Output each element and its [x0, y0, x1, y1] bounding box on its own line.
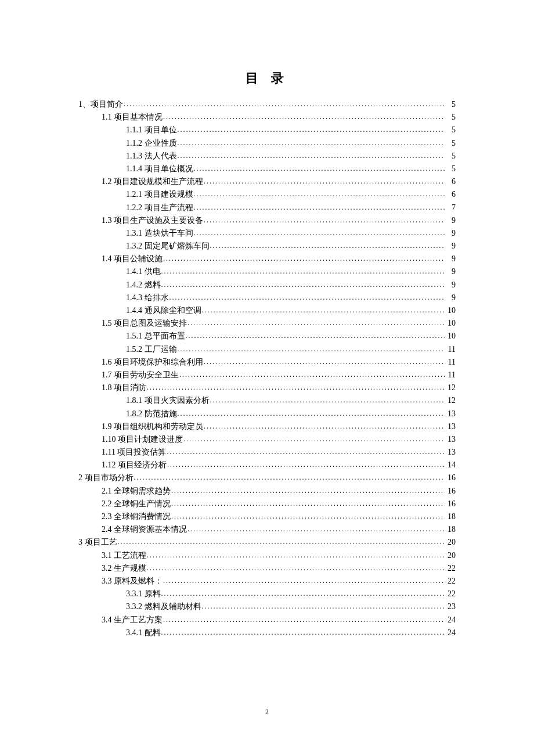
toc-entry-label: 3.3 原料及燃料：: [102, 577, 163, 585]
toc-entry-label: 1.4.2 燃料: [126, 281, 161, 289]
toc-entry-label: 1.3.2 固定尾矿熔炼车间: [126, 242, 210, 250]
toc-entry-label: 2.2 全球铜生产情况: [102, 500, 171, 508]
toc-leader-dots: [161, 628, 445, 635]
toc-entry[interactable]: 3.2 生产规模22: [78, 564, 456, 573]
toc-entry[interactable]: 2 项目市场分析16: [78, 473, 456, 482]
toc-entry[interactable]: 1.6 项目环境保护和综合利用11: [78, 358, 456, 366]
toc-entry-label: 1.1.1 项目单位: [126, 126, 177, 134]
toc-entry[interactable]: 3.1 工艺流程20: [78, 551, 456, 560]
toc-entry-page: 13: [445, 435, 456, 444]
page-container: 目 录 1、项目简介51.1 项目基本情况51.1.1 项目单位51.1.2 企…: [0, 0, 534, 664]
toc-title: 目 录: [78, 70, 456, 87]
toc-leader-dots: [171, 499, 445, 506]
toc-leader-dots: [204, 216, 445, 223]
toc-entry[interactable]: 1.1.1 项目单位5: [78, 125, 456, 134]
toc-entry[interactable]: 1.1 项目基本情况5: [78, 113, 456, 121]
toc-leader-dots: [178, 139, 445, 146]
toc-entry-page: 9: [445, 242, 456, 250]
toc-entry-page: 10: [445, 332, 456, 340]
toc-leader-dots: [178, 125, 445, 132]
toc-entry[interactable]: 1.12 项目经济分析14: [78, 460, 456, 469]
toc-entry-label: 1.1 项目基本情况: [102, 113, 163, 121]
toc-entry-label: 1.4 项目公辅设施: [102, 255, 163, 263]
toc-entry-page: 16: [445, 474, 456, 482]
toc-entry-page: 9: [445, 255, 456, 263]
toc-entry[interactable]: 1.2.1 项目建设规模6: [78, 190, 456, 199]
toc-leader-dots: [161, 589, 445, 596]
toc-entry-label: 1.2 项目建设规模和生产流程: [102, 178, 203, 186]
toc-entry-page: 16: [445, 500, 456, 508]
toc-entry[interactable]: 1.5.1 总平面布置10: [78, 332, 456, 340]
toc-entry[interactable]: 1.3.2 固定尾矿熔炼车间9: [78, 242, 456, 250]
toc-entry[interactable]: 2.2 全球铜生产情况16: [78, 499, 456, 508]
toc-entry[interactable]: 1.5 项目总图及运输安排10: [78, 319, 456, 327]
toc-entry-page: 14: [445, 461, 456, 469]
toc-entry-page: 18: [445, 525, 456, 534]
toc-entry-label: 1.5.1 总平面布置: [126, 332, 185, 340]
toc-entry[interactable]: 3.3.2 燃料及辅助材料23: [78, 602, 456, 611]
toc-entry[interactable]: 3.4.1 配料24: [78, 628, 456, 637]
toc-entry-page: 9: [445, 229, 456, 237]
toc-entry-page: 11: [445, 371, 456, 379]
toc-entry[interactable]: 1.4 项目公辅设施9: [78, 254, 456, 263]
toc-entry[interactable]: 1.1.4 项目单位概况5: [78, 164, 456, 173]
toc-entry[interactable]: 3.4 生产工艺方案24: [78, 615, 456, 624]
toc-entry-label: 1.1.2 企业性质: [126, 139, 177, 147]
toc-entry[interactable]: 3.3.1 原料22: [78, 589, 456, 598]
toc-leader-dots: [134, 473, 445, 480]
toc-leader-dots: [178, 345, 445, 352]
toc-entry[interactable]: 1.8 项目消防12: [78, 383, 456, 392]
toc-leader-dots: [210, 242, 445, 249]
toc-entry[interactable]: 2.1 全球铜需求趋势16: [78, 487, 456, 495]
toc-leader-dots: [187, 525, 445, 532]
toc-entry[interactable]: 1.8.2 防范措施13: [78, 409, 456, 418]
toc-entry[interactable]: 1.7 项目劳动安全卫生11: [78, 370, 456, 379]
toc-entry[interactable]: 1.1.3 法人代表5: [78, 152, 456, 160]
toc-entry-page: 5: [445, 152, 456, 160]
toc-entry[interactable]: 1、项目简介5: [78, 100, 456, 109]
toc-entry[interactable]: 1.4.1 供电9: [78, 267, 456, 276]
toc-entry-label: 3.1 工艺流程: [102, 552, 146, 560]
toc-entry-label: 1.1.3 法人代表: [126, 152, 177, 160]
toc-entry-page: 22: [445, 590, 456, 598]
toc-entry-page: 11: [445, 345, 456, 354]
toc-leader-dots: [178, 152, 445, 159]
toc-entry-page: 5: [445, 113, 456, 121]
toc-entry-page: 5: [445, 126, 456, 134]
toc-entry-page: 22: [445, 564, 456, 573]
toc-entry[interactable]: 1.9 项目组织机构和劳动定员13: [78, 422, 456, 431]
toc-entry[interactable]: 1.4.4 通风除尘和空调10: [78, 306, 456, 315]
toc-entry-label: 3.4.1 配料: [126, 629, 161, 637]
toc-entry[interactable]: 1.2.2 项目生产流程7: [78, 203, 456, 212]
toc-entry-label: 1.10 项目计划建设进度: [102, 435, 183, 444]
toc-entry-page: 9: [445, 217, 456, 225]
toc-entry[interactable]: 3.3 原料及燃料：22: [78, 577, 456, 585]
toc-leader-dots: [169, 293, 445, 300]
toc-entry-label: 1.1.4 项目单位概况: [126, 165, 193, 173]
toc-entry[interactable]: 1.5.2 工厂运输11: [78, 345, 456, 354]
toc-entry-label: 1.4.3 给排水: [126, 294, 169, 302]
toc-entry[interactable]: 1.4.3 给排水9: [78, 293, 456, 302]
toc-entry[interactable]: 1.1.2 企业性质5: [78, 139, 456, 147]
toc-entry-page: 5: [445, 100, 456, 109]
toc-leader-dots: [161, 280, 445, 287]
toc-entry[interactable]: 3 项目工艺20: [78, 538, 456, 546]
toc-entry-label: 2.1 全球铜需求趋势: [102, 487, 171, 495]
toc-entry[interactable]: 1.3.1 造块烘干车间9: [78, 229, 456, 237]
toc-entry[interactable]: 1.3 项目生产设施及主要设备9: [78, 216, 456, 225]
toc-entry-label: 1.3.1 造块烘干车间: [126, 229, 193, 237]
toc-leader-dots: [178, 409, 445, 416]
toc-entry[interactable]: 1.11 项目投资估算13: [78, 448, 456, 456]
toc-entry[interactable]: 1.8.1 项目火灾因素分析12: [78, 396, 456, 405]
toc-leader-dots: [147, 564, 445, 571]
toc-entry-page: 12: [445, 397, 456, 405]
toc-entry-page: 9: [445, 294, 456, 302]
toc-entry-label: 2.4 全球铜资源基本情况: [102, 525, 187, 534]
toc-entry[interactable]: 1.10 项目计划建设进度13: [78, 435, 456, 444]
toc-entry[interactable]: 1.2 项目建设规模和生产流程6: [78, 177, 456, 186]
toc-entry-label: 3.2 生产规模: [102, 564, 146, 573]
toc-entry[interactable]: 1.4.2 燃料9: [78, 280, 456, 289]
toc-entry[interactable]: 2.4 全球铜资源基本情况18: [78, 525, 456, 534]
toc-entry[interactable]: 2.3 全球铜消费情况18: [78, 512, 456, 521]
toc-entry-label: 1.12 项目经济分析: [102, 461, 167, 469]
